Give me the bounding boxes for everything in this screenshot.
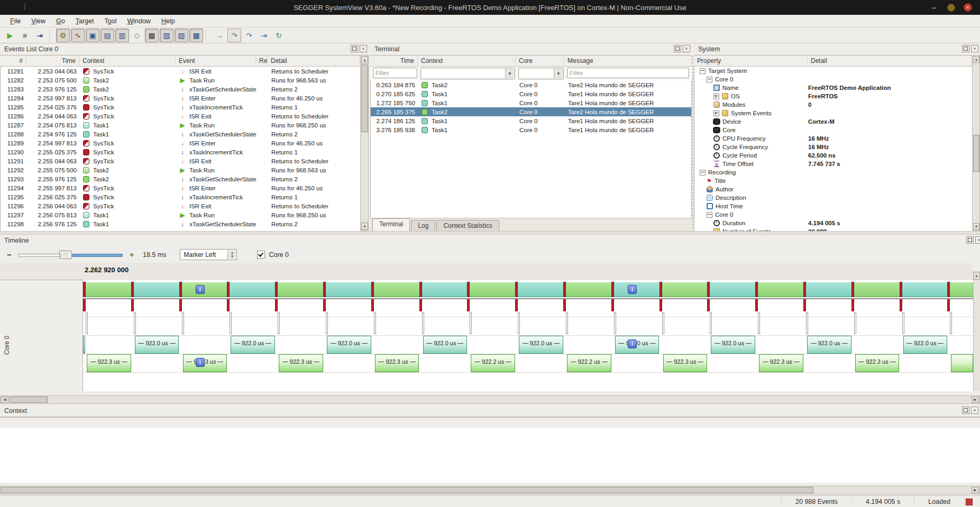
core0-activity-segment[interactable]: [518, 282, 563, 297]
systick-marker-core0[interactable]: [660, 282, 662, 297]
timeline-hscrollbar[interactable]: ◀ ▶: [0, 395, 980, 404]
terminal-header-core[interactable]: Core: [516, 56, 564, 66]
events-header-col-context[interactable]: Context: [79, 56, 176, 66]
events-row[interactable]: 112922.255 075 500Task2▶Task RunRuns for…: [1, 165, 360, 174]
task1-run-block[interactable]: 922.0 us: [231, 336, 275, 354]
task2-run-block[interactable]: 922.3 us: [279, 354, 323, 372]
events-header-col-event[interactable]: Event: [176, 56, 256, 66]
scroll-down-icon[interactable]: ▼: [361, 223, 368, 230]
close-panel-icon[interactable]: ×: [360, 45, 367, 52]
scheduler-bar[interactable]: [566, 312, 568, 334]
tab-log[interactable]: Log: [411, 220, 435, 231]
events-scrollbar[interactable]: ▲ ▼: [360, 55, 369, 231]
systick-bar[interactable]: [467, 299, 470, 311]
system-tree-row[interactable]: Duration4.194 005 s: [694, 219, 972, 227]
system-tree-row[interactable]: ⚑Title: [694, 177, 972, 185]
system-tree-row[interactable]: Cycle Period62.500 ns: [694, 151, 972, 160]
systick-marker-core0[interactable]: [323, 282, 326, 297]
system-tree-row[interactable]: Number of Events20 988: [694, 227, 972, 231]
core0-activity-segment[interactable]: [422, 282, 468, 297]
systick-bar[interactable]: [131, 299, 134, 311]
events-header-col-time[interactable]: Time: [26, 56, 79, 66]
timeline-scroll-up-icon[interactable]: ▲: [973, 272, 980, 280]
tab-terminal[interactable]: Terminal: [372, 218, 410, 231]
scheduler-bar[interactable]: [86, 312, 88, 334]
events-row[interactable]: 112832.253 976 125Task2↓xTaskGetSchedule…: [1, 85, 360, 94]
task1-run-block[interactable]: 922.0 us: [327, 336, 371, 354]
task1-run-block[interactable]: 922.0 us: [519, 336, 563, 354]
time-filter-input[interactable]: [373, 68, 417, 78]
scheduler-bar[interactable]: [902, 312, 904, 334]
float-panel-icon[interactable]: [962, 407, 969, 414]
chevron-down-icon[interactable]: ▼: [554, 69, 563, 78]
scheduler-bar[interactable]: [278, 312, 280, 334]
core0-activity-segment[interactable]: [326, 282, 371, 297]
timeline-zoom-slider[interactable]: [18, 251, 123, 259]
core0-activity-segment[interactable]: [950, 282, 973, 297]
zoom-data-button[interactable]: ▨: [175, 29, 188, 42]
system-header-property[interactable]: Property: [694, 56, 808, 66]
menu-view[interactable]: View: [26, 16, 50, 26]
events-row[interactable]: 112852.254 025 375SysTick↓xTaskIncrement…: [1, 103, 360, 112]
close-panel-icon[interactable]: ×: [971, 45, 978, 52]
menu-target[interactable]: Target: [71, 16, 99, 26]
events-row[interactable]: 112962.256 044 063SysTick↓ISR ExitReturn…: [1, 201, 360, 210]
scheduler-bar[interactable]: [758, 312, 760, 334]
task1-run-block[interactable]: [83, 336, 85, 354]
scheduler-bar[interactable]: [326, 312, 328, 334]
systick-bar[interactable]: [227, 299, 230, 311]
system-tree-row[interactable]: Cycle Frequency16 MHz: [694, 143, 972, 151]
system-tree-row[interactable]: CPU Frequency16 MHz: [694, 134, 972, 143]
systick-bar[interactable]: [83, 299, 86, 311]
core0-activity-segment[interactable]: [758, 282, 803, 297]
systick-marker-core0[interactable]: [131, 282, 134, 297]
events-table-header[interactable]: #TimeContextEventReDetail: [0, 55, 360, 67]
scroll-right-icon[interactable]: ▶: [972, 487, 979, 493]
close-panel-icon[interactable]: ×: [683, 45, 690, 52]
core0-activity-segment[interactable]: [230, 282, 275, 297]
systick-marker-core0[interactable]: [515, 282, 518, 297]
systick-bar[interactable]: [900, 299, 902, 311]
task2-run-block[interactable]: 922.3 us: [375, 354, 419, 372]
scroll-up-icon[interactable]: ▲: [361, 56, 368, 63]
systick-marker-core0[interactable]: [947, 282, 950, 297]
events-row[interactable]: 112892.254 997 813SysTick↓ISR EnterRuns …: [1, 139, 360, 148]
systick-bar[interactable]: [803, 299, 806, 311]
task2-run-block[interactable]: 922.3 us: [87, 354, 131, 372]
read-recorded-data-button[interactable]: ⇥: [33, 29, 47, 42]
terminal-table-header[interactable]: TimeContextCoreMessage: [370, 55, 692, 67]
close-button[interactable]: ×: [963, 3, 973, 12]
horizontal-splitter[interactable]: [0, 231, 980, 235]
systick-bar[interactable]: [707, 299, 710, 311]
task2-run-block[interactable]: 922.3 us: [183, 354, 227, 372]
scheduler-bar[interactable]: [470, 312, 472, 334]
terminal-row[interactable]: 3.276 185 938Task1Core 0Tare1 Hola mundo…: [371, 125, 691, 134]
task2-run-block[interactable]: 922.2 us: [567, 354, 611, 372]
terminal-row[interactable]: 2.265 185 375Task2Core 0Tare2 Hola mundo…: [371, 107, 691, 116]
terminal-row[interactable]: 1.272 185 750Task1Core 0Tare1 Hola mundo…: [371, 98, 691, 107]
task1-run-block[interactable]: 922.0 us: [615, 336, 660, 354]
terminal-row[interactable]: 2.274 186 125Task1Core 0Tare1 Hola mundo…: [371, 116, 691, 125]
expand-icon[interactable]: [713, 110, 719, 116]
scheduler-bar[interactable]: [950, 312, 952, 334]
systick-bar[interactable]: [371, 299, 374, 311]
scroll-up-icon[interactable]: ▲: [973, 56, 979, 63]
window-menu-icon[interactable]: ⋮: [21, 2, 29, 11]
systick-marker-core0[interactable]: [707, 282, 710, 297]
collapse-icon[interactable]: [707, 77, 712, 82]
systick-marker-core0[interactable]: [755, 282, 758, 297]
systick-bar[interactable]: [660, 299, 662, 311]
events-row[interactable]: 112982.256 976 125Task1↓xTaskGetSchedule…: [1, 219, 360, 228]
scheduler-bar[interactable]: [854, 312, 856, 334]
menu-file[interactable]: File: [5, 16, 25, 26]
cycle-next-button[interactable]: ↷: [242, 29, 256, 42]
scheduler-bar[interactable]: [614, 312, 616, 334]
task2-run-block[interactable]: 922.3 us: [663, 354, 708, 372]
info-marker-icon[interactable]: i: [628, 339, 637, 348]
events-header-col-detail[interactable]: Detail: [268, 56, 360, 66]
context-hscrollbar[interactable]: ▶: [0, 486, 980, 494]
system-tree-row[interactable]: Host Time: [694, 202, 972, 210]
systick-bar[interactable]: [563, 299, 566, 311]
systick-bar[interactable]: [179, 299, 182, 311]
systick-bar[interactable]: [947, 299, 950, 311]
